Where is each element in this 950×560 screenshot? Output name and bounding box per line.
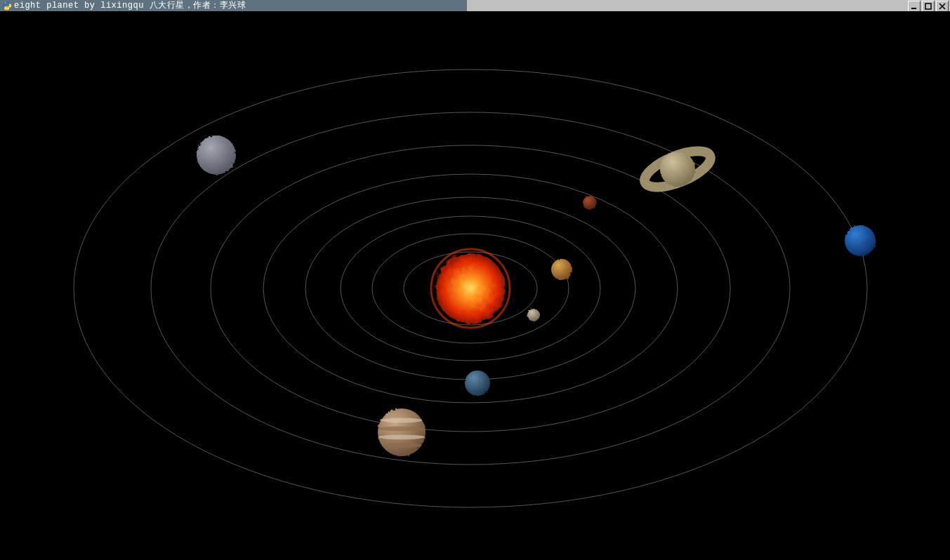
- planet-earth-body: [465, 371, 490, 396]
- svg-rect-2: [911, 8, 916, 9]
- svg-point-1: [8, 8, 9, 9]
- planet-uranus-body: [197, 135, 236, 175]
- sun: [435, 253, 506, 324]
- jupiter-band: [382, 443, 422, 448]
- solar-system-scene: [0, 11, 950, 560]
- window-title: eight planet by lixingqu 八大行星，作者：李兴球: [14, 0, 246, 11]
- svg-rect-3: [925, 4, 931, 9]
- planet-mercury-body: [527, 309, 540, 321]
- minimize-button[interactable]: [908, 1, 921, 12]
- solar-system-svg: [0, 11, 950, 560]
- jupiter-band: [378, 434, 425, 439]
- planet-mars: [583, 196, 597, 210]
- minimize-icon: [911, 3, 918, 10]
- python-icon: [2, 1, 12, 11]
- planet-saturn-body: [660, 152, 695, 187]
- jupiter-band: [378, 427, 425, 432]
- planet-uranus: [197, 135, 236, 175]
- close-icon: [939, 3, 946, 10]
- planet-mars-body: [583, 196, 597, 210]
- window-titlebar: eight planet by lixingqu 八大行星，作者：李兴球: [0, 0, 950, 11]
- planet-venus: [551, 259, 572, 280]
- maximize-icon: [925, 3, 932, 10]
- planet-earth: [465, 371, 490, 396]
- planet-neptune: [845, 225, 876, 256]
- planet-jupiter: [378, 408, 425, 456]
- canvas-area: [0, 11, 950, 560]
- planet-mercury: [527, 309, 540, 321]
- planet-saturn: [640, 144, 715, 194]
- jupiter-band: [381, 418, 423, 423]
- close-button[interactable]: [936, 1, 949, 12]
- svg-point-0: [5, 2, 6, 3]
- planet-jupiter-body: [378, 408, 425, 456]
- titlebar-inactive-bg: [467, 0, 950, 11]
- maximize-button[interactable]: [922, 1, 935, 12]
- window-buttons: [906, 1, 949, 12]
- planet-neptune-body: [845, 225, 876, 256]
- planet-venus-body: [551, 259, 572, 280]
